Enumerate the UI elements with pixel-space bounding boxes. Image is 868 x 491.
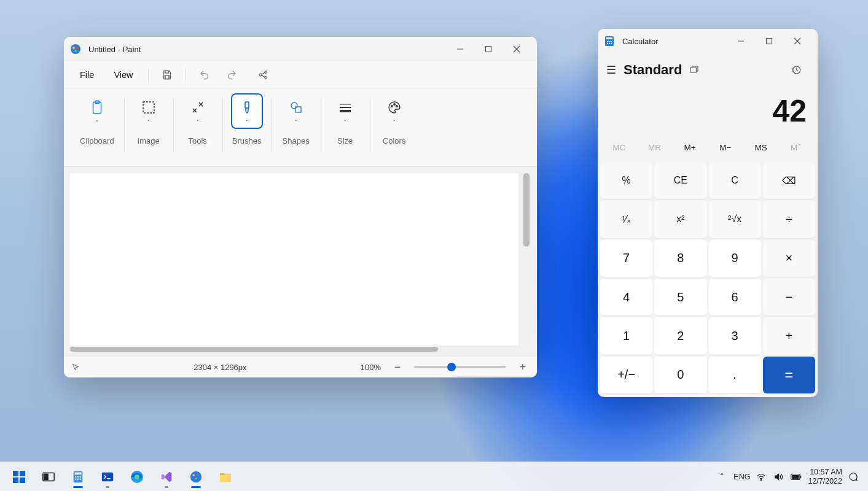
key-reciprocal[interactable]: ¹⁄ₓ <box>600 201 652 238</box>
zoom-slider[interactable] <box>414 366 506 368</box>
key-add[interactable]: + <box>763 317 815 354</box>
calc-minimize-button[interactable] <box>727 31 755 51</box>
brushes-button[interactable]: ⌄ <box>232 95 262 128</box>
key-1[interactable]: 1 <box>600 317 652 354</box>
always-on-top-button[interactable] <box>689 65 708 75</box>
key-c[interactable]: C <box>709 162 761 199</box>
mem-store-button[interactable]: MS <box>743 136 779 160</box>
key-subtract[interactable]: − <box>763 279 815 315</box>
volume-icon[interactable] <box>773 472 784 482</box>
cursor-pos-icon <box>71 363 80 371</box>
paint-titlebar[interactable]: Untitled - Paint <box>64 37 537 61</box>
key-negate[interactable]: +/− <box>600 357 652 393</box>
hamburger-menu-button[interactable]: ☰ <box>606 63 616 77</box>
ribbon-label-colors: Colors <box>383 136 406 145</box>
svg-rect-43 <box>13 477 18 483</box>
taskbar-calculator[interactable] <box>64 465 92 489</box>
zoom-out-button[interactable]: − <box>391 361 404 373</box>
taskbar-paint[interactable] <box>182 465 210 489</box>
size-button[interactable]: ⌄ <box>330 95 360 128</box>
key-square[interactable]: x² <box>654 201 706 238</box>
key-equals[interactable]: = <box>763 357 815 393</box>
ribbon-label-size: Size <box>337 136 353 145</box>
shapes-button[interactable]: ⌄ <box>281 95 311 128</box>
zoom-slider-knob[interactable] <box>447 363 456 371</box>
zoom-level: 100% <box>361 363 381 372</box>
calc-titlebar[interactable]: Calculator <box>598 29 818 53</box>
key-6[interactable]: 6 <box>709 279 761 315</box>
key-percent[interactable]: % <box>600 162 652 199</box>
chevron-down-icon: ⌄ <box>294 116 299 122</box>
svg-rect-42 <box>20 471 25 476</box>
key-divide[interactable]: ÷ <box>763 201 815 238</box>
task-view-button[interactable] <box>34 465 63 489</box>
vertical-scrollbar[interactable] <box>522 173 531 346</box>
calc-close-button[interactable] <box>783 31 811 51</box>
tray-overflow-button[interactable]: ˄ <box>716 472 727 481</box>
horizontal-scrollbar[interactable] <box>70 346 518 353</box>
key-3[interactable]: 3 <box>709 317 761 354</box>
clock-time: 10:57 AM <box>808 468 842 476</box>
notifications-button[interactable] <box>848 472 859 482</box>
clock[interactable]: 10:57 AM 12/7/2022 <box>808 468 842 485</box>
calc-mode-label: Standard <box>624 62 682 78</box>
menu-file[interactable]: File <box>72 66 101 83</box>
system-tray: ˄ ENG 10:57 AM 12/7/2022 <box>716 468 863 485</box>
svg-point-53 <box>77 478 79 479</box>
key-multiply[interactable]: × <box>763 240 815 277</box>
svg-point-59 <box>193 474 195 476</box>
taskbar-visual-studio[interactable] <box>152 465 181 489</box>
clipboard-button[interactable]: ⌄ <box>82 95 112 128</box>
mem-list-button[interactable]: M˅ <box>778 136 814 160</box>
taskbar-edge[interactable] <box>123 465 151 489</box>
svg-point-33 <box>609 43 610 44</box>
key-9[interactable]: 9 <box>709 240 761 277</box>
key-decimal[interactable]: . <box>709 357 761 393</box>
redo-button[interactable] <box>221 64 243 86</box>
image-select-button[interactable]: ⌄ <box>134 95 163 128</box>
paint-minimize-button[interactable] <box>446 39 474 59</box>
share-button[interactable] <box>252 64 275 86</box>
key-0[interactable]: 0 <box>654 357 706 393</box>
mem-recall-button[interactable]: MR <box>637 136 673 160</box>
paint-maximize-button[interactable] <box>474 39 502 59</box>
save-button[interactable] <box>156 64 178 86</box>
paint-statusbar: 2304 × 1296px 100% − + <box>64 357 537 377</box>
colors-button[interactable]: ⌄ <box>380 95 409 128</box>
scrollbar-thumb[interactable] <box>523 173 530 247</box>
key-backspace[interactable]: ⌫ <box>763 162 815 199</box>
calc-maximize-button[interactable] <box>755 31 783 51</box>
mem-clear-button[interactable]: MC <box>601 136 637 160</box>
ribbon-label-clipboard: Clipboard <box>80 136 114 145</box>
paint-canvas[interactable] <box>70 173 518 346</box>
key-5[interactable]: 5 <box>654 279 706 315</box>
language-indicator[interactable]: ENG <box>733 473 750 481</box>
svg-point-54 <box>79 478 80 479</box>
wifi-icon[interactable] <box>756 472 767 482</box>
key-8[interactable]: 8 <box>654 240 706 277</box>
taskbar-terminal[interactable] <box>93 465 122 489</box>
undo-button[interactable] <box>194 64 216 86</box>
zoom-in-button[interactable]: + <box>516 361 530 373</box>
svg-rect-41 <box>13 471 18 476</box>
history-button[interactable] <box>791 64 809 75</box>
key-4[interactable]: 4 <box>600 279 652 315</box>
svg-point-63 <box>761 479 762 481</box>
paint-close-button[interactable] <box>502 39 531 59</box>
menu-view[interactable]: View <box>106 66 140 83</box>
svg-point-32 <box>607 43 608 44</box>
key-ce[interactable]: CE <box>654 162 706 199</box>
mem-minus-button[interactable]: M− <box>708 136 743 160</box>
key-sqrt[interactable]: ²√x <box>709 201 761 238</box>
mem-plus-button[interactable]: M+ <box>672 136 708 160</box>
svg-point-60 <box>197 474 199 476</box>
start-button[interactable] <box>5 465 33 489</box>
taskbar-file-explorer[interactable] <box>211 465 240 489</box>
battery-icon[interactable] <box>791 473 802 481</box>
key-2[interactable]: 2 <box>654 317 706 354</box>
scrollbar-thumb[interactable] <box>70 347 438 352</box>
key-7[interactable]: 7 <box>600 240 652 277</box>
ribbon-label-image: Image <box>138 136 160 145</box>
tools-button[interactable]: ⌄ <box>183 95 213 128</box>
svg-point-24 <box>391 106 392 107</box>
